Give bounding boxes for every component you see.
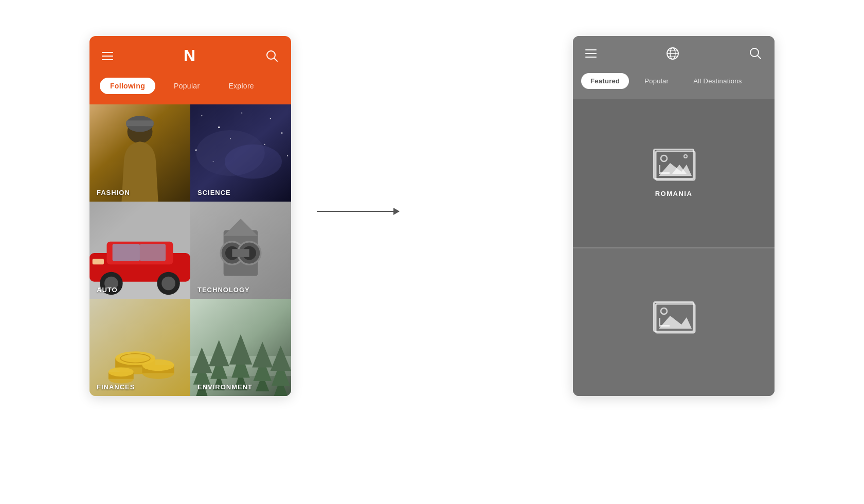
svg-rect-37: [232, 249, 249, 257]
svg-point-47: [109, 367, 134, 376]
hamburger-line-2: [102, 56, 113, 57]
right-content: ROMANIA: [573, 99, 775, 396]
svg-line-1: [274, 58, 277, 61]
svg-point-28: [161, 277, 175, 291]
card-finances-label: FINANCES: [97, 383, 135, 391]
svg-point-11: [281, 132, 282, 134]
svg-point-78: [661, 155, 667, 161]
left-header-top: N: [89, 36, 291, 74]
hamburger-icon-right[interactable]: [585, 49, 597, 58]
svg-point-16: [287, 155, 288, 156]
svg-rect-68: [585, 53, 597, 54]
hamburger-icon[interactable]: [102, 52, 113, 60]
search-icon[interactable]: [265, 49, 279, 63]
category-card-science[interactable]: SCIENCE: [190, 104, 291, 202]
destination-card-second[interactable]: [573, 248, 775, 397]
destination-romania-label: ROMANIA: [655, 190, 693, 197]
card-technology-label: TECHNOLOGY: [197, 286, 250, 294]
svg-rect-23: [113, 244, 140, 261]
tab-popular-right[interactable]: Popular: [635, 73, 678, 89]
card-fashion-label: FASHION: [97, 189, 130, 196]
right-tabs-row: Featured Popular All Destinations: [573, 69, 775, 99]
card-environment-bg: [190, 299, 291, 396]
arrow-container: [307, 211, 409, 212]
right-header: Featured Popular All Destinations: [573, 36, 775, 99]
left-tabs-row: Following Popular Explore: [89, 74, 291, 104]
card-fashion-bg: [89, 104, 190, 202]
destination-card-romania[interactable]: ROMANIA: [573, 99, 775, 248]
svg-rect-69: [585, 57, 597, 58]
svg-point-81: [661, 308, 667, 314]
category-card-environment[interactable]: ENVIRONMENT: [190, 299, 291, 396]
svg-point-8: [218, 127, 220, 128]
svg-point-9: [241, 113, 242, 114]
globe-icon[interactable]: [665, 46, 680, 61]
hamburger-line-1: [102, 52, 113, 53]
app-logo: N: [184, 46, 195, 65]
phone-left: N Following Popular Explore: [89, 36, 291, 396]
card-auto-label: AUTO: [97, 286, 118, 294]
card-science-label: SCIENCE: [197, 189, 231, 196]
category-card-fashion[interactable]: FASHION: [89, 104, 190, 202]
card-auto-bg: [89, 202, 190, 299]
svg-point-13: [264, 144, 265, 145]
right-header-top: [573, 36, 775, 69]
destination-image-placeholder-2: [653, 301, 694, 332]
svg-rect-5: [126, 120, 153, 126]
tab-all-destinations[interactable]: All Destinations: [684, 73, 751, 89]
search-icon-right[interactable]: [749, 47, 762, 60]
transition-arrow: [317, 211, 399, 212]
svg-point-7: [201, 115, 202, 116]
left-header: N Following Popular Explore: [89, 36, 291, 104]
card-technology-bg: [190, 202, 291, 299]
tab-explore[interactable]: Explore: [218, 78, 264, 94]
svg-rect-24: [140, 244, 166, 261]
svg-point-10: [270, 118, 271, 119]
category-card-finances[interactable]: FINANCES: [89, 299, 190, 396]
destination-image-placeholder-1: [653, 149, 694, 179]
tab-following[interactable]: Following: [100, 78, 155, 94]
svg-rect-67: [585, 49, 597, 50]
category-card-auto[interactable]: AUTO: [89, 202, 190, 299]
card-science-bg: [190, 104, 291, 202]
tab-featured[interactable]: Featured: [581, 73, 629, 89]
svg-point-18: [225, 145, 282, 179]
tab-popular-left[interactable]: Popular: [164, 78, 210, 94]
svg-marker-79: [659, 163, 692, 176]
categories-grid: FASHION: [89, 104, 291, 396]
svg-marker-82: [659, 316, 692, 329]
phone-right: Featured Popular All Destinations: [573, 36, 775, 396]
hamburger-line-3: [102, 59, 113, 60]
card-environment-label: ENVIRONMENT: [197, 383, 253, 391]
svg-line-76: [758, 56, 761, 59]
svg-rect-29: [93, 259, 104, 264]
card-finances-bg: [89, 299, 190, 396]
svg-rect-38: [89, 299, 190, 396]
canvas: N Following Popular Explore: [0, 0, 864, 504]
category-card-technology[interactable]: TECHNOLOGY: [190, 202, 291, 299]
